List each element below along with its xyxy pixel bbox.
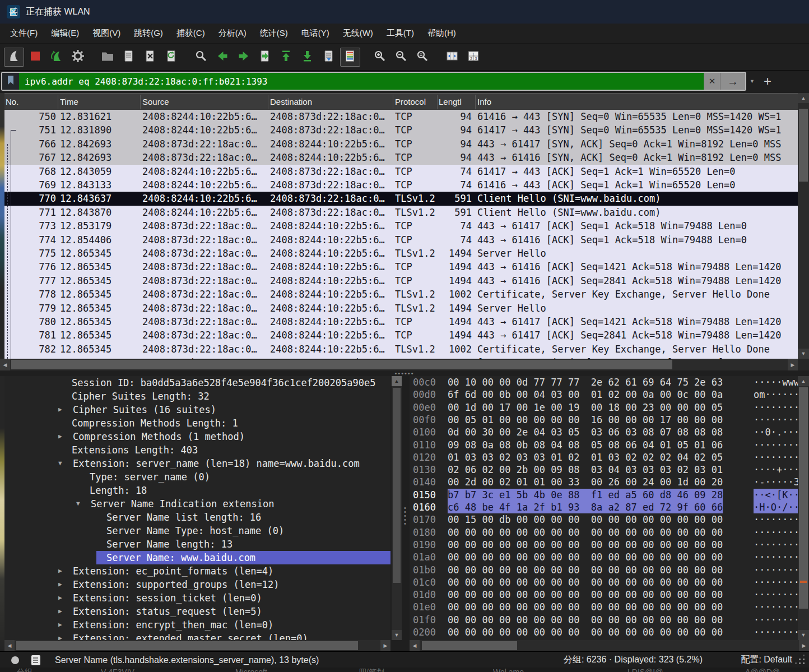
- scrollbar-thumb[interactable]: [422, 641, 517, 650]
- go-forward-button[interactable]: [234, 48, 254, 67]
- close-button[interactable]: ✕: [0, 0, 27, 24]
- hex-ascii[interactable]: ········ ········: [754, 626, 798, 638]
- stop-capture-button[interactable]: [25, 48, 45, 67]
- column-divider[interactable]: [437, 95, 438, 109]
- hex-ascii[interactable]: ········ ········: [754, 614, 798, 626]
- detail-row[interactable]: Session ID: ba0dd5a3a6e528f4e5e904f36c1c…: [4, 376, 390, 390]
- detail-row[interactable]: ▶Extension: extended_master_secret (len=…: [4, 632, 390, 640]
- filter-bookmark-button[interactable]: [2, 73, 19, 90]
- hex-bytes[interactable]: 00 00 00 00 00 00 00 00 00 00 00 00 00 0…: [448, 588, 723, 601]
- close-file-button[interactable]: [140, 48, 160, 67]
- scroll-right-icon[interactable]: ▶: [788, 359, 798, 370]
- hex-bytes[interactable]: c6 48 be 4f 1a 2f b1 93 8a a2 87 ed 72 9…: [448, 501, 723, 513]
- detail-row[interactable]: Cipher Suites Length: 32: [4, 390, 390, 403]
- packet-row-774[interactable]: 77412.8544062408:873d:22:18ac:0…2408:824…: [4, 233, 798, 247]
- scroll-down-icon[interactable]: ▼: [798, 630, 809, 640]
- hex-ascii[interactable]: ·····www .baidu.c: [754, 376, 798, 388]
- packet-list-vscrollbar[interactable]: ▲ ▼: [798, 93, 809, 359]
- start-capture-button[interactable]: [4, 48, 24, 67]
- go-to-packet-button[interactable]: [255, 48, 275, 67]
- detail-row[interactable]: ▼Extension: server_name (len=18) name=ww…: [4, 457, 390, 470]
- hex-ascii[interactable]: ········ ········: [754, 414, 798, 426]
- zoom-in-button[interactable]: [370, 48, 390, 67]
- hex-row-0200[interactable]: 020000 00 00 00 00 00 00 00 00 00 00 00 …: [410, 626, 798, 638]
- hex-row-00f0[interactable]: 00f000 05 01 00 00 00 00 00 16 00 00 00 …: [410, 414, 798, 426]
- hex-ascii[interactable]: ·H·O·/·· ····r·`f: [754, 501, 798, 513]
- packet-row-777[interactable]: 77712.8653452408:873d:22:18ac:0…2408:824…: [4, 274, 798, 288]
- filter-apply-button[interactable]: →: [720, 73, 745, 90]
- hex-bytes[interactable]: 00 00 00 00 00 00 00 00 00 00 00 00 00 0…: [448, 576, 723, 588]
- hex-row-0140[interactable]: 014000 2d 00 02 01 01 00 33 00 26 00 24 …: [410, 476, 798, 488]
- packet-row-776[interactable]: 77612.8653452408:873d:22:18ac:0…2408:824…: [4, 260, 798, 274]
- details-vscrollbar[interactable]: ▲ ▼: [392, 376, 402, 640]
- hex-bytes[interactable]: 00 10 00 00 0d 77 77 77 2e 62 61 69 64 7…: [448, 376, 723, 388]
- filter-clear-button[interactable]: ✕: [704, 73, 720, 90]
- zoom-out-button[interactable]: [391, 48, 411, 67]
- collapsed-arrow-icon[interactable]: ▶: [58, 605, 62, 618]
- go-first-packet-button[interactable]: [276, 48, 296, 67]
- detail-row[interactable]: ▶Compression Methods (1 method): [4, 430, 390, 443]
- collapsed-arrow-icon[interactable]: ▶: [58, 564, 62, 578]
- hex-bytes[interactable]: 01 03 03 02 03 03 01 02 01 03 02 02 02 0…: [448, 451, 723, 464]
- hex-ascii[interactable]: ········ ···#····: [754, 401, 798, 414]
- hex-row-01d0[interactable]: 01d000 00 00 00 00 00 00 00 00 00 00 00 …: [410, 588, 798, 601]
- expanded-arrow-icon[interactable]: ▼: [76, 497, 80, 511]
- filter-add-button[interactable]: +: [764, 75, 771, 88]
- detail-row[interactable]: ▶Extension: encrypt_then_mac (len=0): [4, 618, 390, 632]
- hex-bytes[interactable]: 00 00 00 00 00 00 00 00 00 00 00 00 00 0…: [448, 551, 723, 563]
- detail-row[interactable]: Server Name length: 13: [4, 537, 390, 551]
- detail-row[interactable]: ▶Extension: supported_groups (len=12): [4, 578, 390, 591]
- menu-item-3[interactable]: 跳转(G): [127, 24, 170, 43]
- auto-scroll-button[interactable]: [319, 48, 339, 67]
- scrollbar-thumb[interactable]: [11, 360, 672, 369]
- filter-dropdown-caret[interactable]: ▼: [750, 78, 755, 84]
- hex-ascii[interactable]: ········ ········: [754, 539, 798, 551]
- packet-row-780[interactable]: 78012.8653452408:873d:22:18ac:0…2408:824…: [4, 315, 798, 328]
- hex-row-01c0[interactable]: 01c000 00 00 00 00 00 00 00 00 00 00 00 …: [410, 576, 798, 588]
- hex-row-01a0[interactable]: 01a000 00 00 00 00 00 00 00 00 00 00 00 …: [410, 551, 798, 563]
- hex-bytes[interactable]: 00 00 00 00 00 00 00 00 00 00 00 00 00 0…: [448, 626, 723, 638]
- hex-bytes[interactable]: 00 1d 00 17 00 1e 00 19 00 18 00 23 00 0…: [448, 401, 723, 414]
- detail-row[interactable]: Length: 18: [4, 484, 390, 497]
- hex-bytes[interactable]: 00 05 01 00 00 00 00 00 16 00 00 00 17 0…: [448, 414, 723, 426]
- capture-options-button[interactable]: [68, 48, 88, 67]
- packet-row-768[interactable]: 76812.8430592408:8244:10:22b5:6…2408:873…: [4, 165, 798, 178]
- menu-item-1[interactable]: 编辑(E): [44, 24, 86, 43]
- scrollbar-thumb[interactable]: [799, 109, 808, 182]
- hex-row-0190[interactable]: 019000 00 00 00 00 00 00 00 00 00 00 00 …: [410, 539, 798, 551]
- column-divider[interactable]: [475, 95, 476, 109]
- packet-row-778[interactable]: 77812.8653452408:873d:22:18ac:0…2408:824…: [4, 288, 798, 301]
- details-hscrollbar[interactable]: ◀ ▶: [4, 640, 390, 651]
- hex-ascii[interactable]: ········ ········: [754, 576, 798, 588]
- packet-row-775[interactable]: 77512.8653452408:873d:22:18ac:0…2408:824…: [4, 247, 798, 260]
- scroll-left-icon[interactable]: ◀: [4, 640, 15, 651]
- zoom-reset-button[interactable]: [412, 48, 433, 67]
- menu-item-7[interactable]: 电话(Y): [295, 24, 336, 43]
- detail-row[interactable]: Server Name list length: 16: [4, 511, 390, 524]
- go-back-button[interactable]: [212, 48, 233, 67]
- hex-vscrollbar[interactable]: ▲ ▼: [798, 376, 809, 640]
- packet-row-781[interactable]: 78112.8653452408:873d:22:18ac:0…2408:824…: [4, 328, 798, 342]
- packet-row-779[interactable]: 77912.8653452408:873d:22:18ac:0…2408:824…: [4, 302, 798, 315]
- hex-row-0150[interactable]: 0150b7 b7 3c e1 5b 4b 0e 88 f1 ed a5 60 …: [410, 489, 798, 501]
- hex-ascii[interactable]: ········ ········: [754, 513, 798, 526]
- restart-capture-button[interactable]: [47, 48, 67, 67]
- hex-row-00e0[interactable]: 00e000 1d 00 17 00 1e 00 19 00 18 00 23 …: [410, 401, 798, 414]
- scroll-right-icon[interactable]: ▶: [799, 640, 809, 651]
- hex-row-0180[interactable]: 018000 00 00 00 00 00 00 00 00 00 00 00 …: [410, 526, 798, 539]
- menu-item-5[interactable]: 分析(A): [212, 24, 253, 43]
- col-length[interactable]: Lengtl: [439, 94, 476, 110]
- packet-row-771[interactable]: 77112.8438702408:8244:10:22b5:6…2408:873…: [4, 206, 798, 219]
- hex-bytes[interactable]: 00 00 00 00 00 00 00 00 00 00 00 00 00 0…: [448, 614, 723, 626]
- hex-hscrollbar[interactable]: ◀ ▶: [410, 640, 809, 651]
- resize-grip-icon[interactable]: [803, 662, 805, 664]
- scroll-down-icon[interactable]: ▼: [798, 349, 809, 359]
- hex-ascii[interactable]: ········ ········: [754, 588, 798, 601]
- scrollbar-thumb[interactable]: [393, 388, 401, 583]
- hex-ascii[interactable]: ·-·····3 ·&·$···: [754, 476, 798, 488]
- layout-button[interactable]: 123: [463, 48, 483, 67]
- detail-row[interactable]: ▶Extension: ec_point_formats (len=4): [4, 564, 390, 578]
- hex-ascii[interactable]: ········ ········: [754, 451, 798, 464]
- menu-item-4[interactable]: 捕获(C): [170, 24, 212, 43]
- hex-bytes[interactable]: 00 00 00 00 00 00 00 00 00 00 00 00 00 0…: [448, 564, 723, 576]
